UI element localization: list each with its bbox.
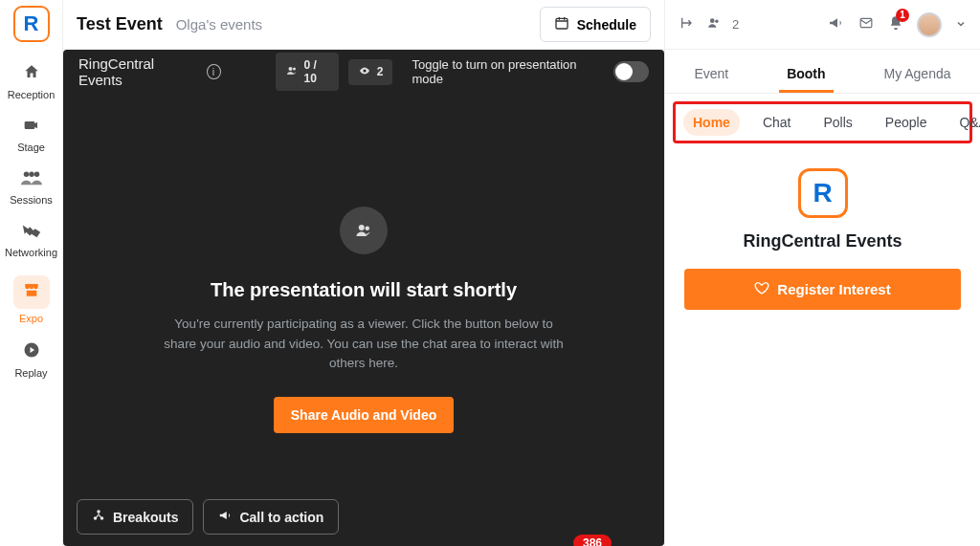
svg-point-14 (715, 19, 719, 23)
nav-replay[interactable]: Replay (0, 332, 62, 386)
breakouts-label: Breakouts (113, 510, 178, 525)
nav-sessions[interactable]: Sessions (0, 161, 62, 213)
tab-my-agenda[interactable]: My Agenda (876, 66, 958, 93)
svg-point-1 (29, 172, 34, 178)
svg-point-5 (288, 67, 292, 71)
stage-panel: RingCentral Events i 0 / 10 2 (63, 50, 664, 546)
right-panel-tabs: Event Booth My Agenda (665, 50, 980, 94)
handshake-icon (21, 223, 42, 243)
svg-point-9 (366, 226, 370, 230)
messages-icon[interactable] (858, 16, 875, 33)
svg-point-0 (23, 172, 29, 178)
cta-label: Call to action (239, 510, 323, 525)
register-interest-button[interactable]: Register Interest (684, 269, 961, 310)
participants-chip[interactable]: 0 / 10 (276, 53, 339, 91)
schedule-label: Schedule (577, 17, 636, 33)
share-av-button[interactable]: Share Audio and Video (274, 397, 454, 433)
presentation-subtext: You're currently participating as a view… (163, 315, 565, 375)
nav-stage[interactable]: Stage (0, 108, 62, 161)
nav-label: Networking (5, 247, 57, 258)
stage-title: RingCentral Events (78, 55, 193, 88)
notifications-badge: 1 (896, 9, 909, 22)
home-icon (22, 63, 41, 85)
app-logo[interactable]: R (13, 6, 50, 42)
svg-point-13 (710, 18, 715, 23)
booth-sub-tabs: Home Chat Polls People Q&A (673, 101, 972, 143)
play-icon (23, 341, 40, 363)
svg-point-2 (33, 172, 39, 178)
nav-label: Stage (17, 142, 45, 153)
breakouts-icon (92, 509, 105, 525)
info-icon[interactable]: i (207, 64, 221, 79)
calendar-icon (554, 15, 569, 33)
subtab-people[interactable]: People (876, 109, 937, 136)
presentation-heading: The presentation will start shortly (211, 279, 517, 301)
svg-point-6 (293, 67, 296, 70)
attendees-icon[interactable] (705, 16, 723, 33)
footer-counter-badge[interactable]: 386 (573, 535, 612, 546)
attendees-count: 2 (732, 17, 739, 32)
svg-point-7 (363, 69, 366, 72)
audience-icon (340, 207, 388, 254)
booth-icon (13, 275, 50, 309)
tab-booth[interactable]: Booth (779, 66, 833, 93)
subtab-home[interactable]: Home (683, 109, 740, 136)
schedule-button[interactable]: Schedule (540, 7, 651, 42)
event-subtitle: Olga's events (176, 16, 262, 33)
heart-icon (754, 280, 769, 298)
booth-logo: R (798, 168, 848, 218)
nav-reception[interactable]: Reception (0, 54, 62, 108)
user-avatar[interactable] (917, 12, 942, 37)
camera-icon (22, 118, 41, 138)
right-top-bar: 2 1 (665, 0, 980, 50)
viewers-text: 2 (377, 65, 384, 78)
svg-point-10 (97, 510, 100, 513)
register-label: Register Interest (777, 281, 890, 297)
viewers-chip[interactable]: 2 (348, 59, 393, 85)
subtab-polls[interactable]: Polls (813, 109, 861, 136)
nav-label: Expo (19, 313, 43, 324)
event-title: Test Event (77, 14, 163, 34)
nav-label: Reception (8, 89, 56, 100)
tab-event[interactable]: Event (686, 66, 736, 93)
stage-header: RingCentral Events i 0 / 10 2 (63, 50, 664, 94)
eye-icon (358, 65, 371, 79)
notifications-icon[interactable]: 1 (888, 14, 903, 35)
top-bar: Test Event Olga's events Schedule (63, 0, 664, 50)
nav-expo[interactable]: Expo (0, 266, 62, 332)
announcements-icon[interactable] (827, 15, 844, 34)
subtab-chat[interactable]: Chat (753, 109, 801, 136)
svg-point-8 (359, 225, 365, 230)
subtab-qa[interactable]: Q&A (949, 109, 980, 136)
presentation-toggle-label: Toggle to turn on presentation mode (412, 57, 596, 86)
leave-icon[interactable] (679, 15, 696, 34)
presentation-toggle[interactable] (613, 61, 649, 82)
breakouts-button[interactable]: Breakouts (77, 499, 193, 535)
nav-networking[interactable]: Networking (0, 213, 62, 266)
participants-text: 0 / 10 (304, 58, 329, 85)
nav-label: Sessions (10, 194, 53, 206)
nav-label: Replay (14, 367, 47, 379)
people-icon (285, 65, 299, 79)
cta-button[interactable]: Call to action (203, 499, 339, 535)
megaphone-icon (218, 509, 232, 525)
group-icon (21, 170, 42, 190)
left-nav: R Reception Stage Sessions Networking (0, 0, 63, 546)
booth-title: RingCentral Events (743, 231, 902, 251)
svg-rect-4 (556, 18, 568, 29)
chevron-down-icon[interactable] (955, 16, 967, 33)
